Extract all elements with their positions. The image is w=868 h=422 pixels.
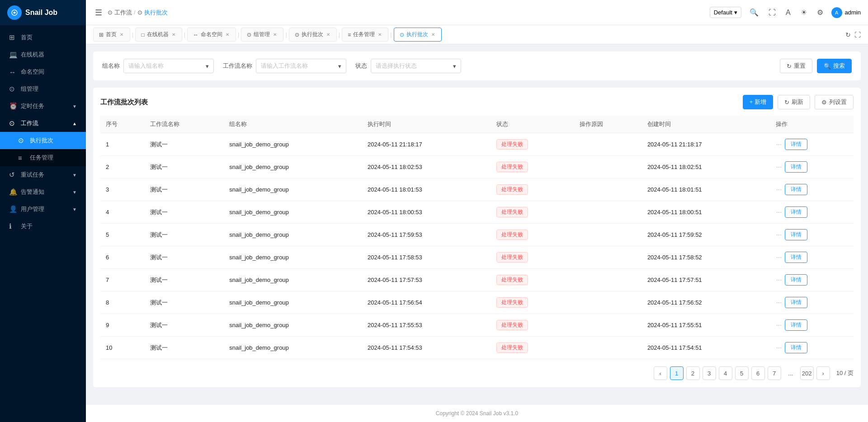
sidebar-item-user[interactable]: 👤 用户管理 ▼ xyxy=(0,201,86,218)
status-input[interactable]: 请选择执行状态 ▾ xyxy=(371,59,461,73)
cell-name: 测试一 xyxy=(145,156,224,178)
tab-machines[interactable]: □ 在线机器 ✕ xyxy=(135,28,182,42)
cell-created: 2024-05-11 17:55:51 xyxy=(642,314,771,337)
sidebar-item-retry[interactable]: ↺ 重试任务 ▼ xyxy=(0,166,86,183)
workflow-icon: ⊙ xyxy=(9,119,16,127)
language-icon[interactable]: A xyxy=(784,7,793,19)
tab-task-mgmt[interactable]: ≡ 任务管理 ✕ xyxy=(342,28,388,42)
tab-namespace-label: 命名空间 xyxy=(201,31,222,38)
tab-machines-close[interactable]: ✕ xyxy=(171,32,176,37)
tab-group[interactable]: ⊙ 组管理 ✕ xyxy=(241,28,283,42)
detail-button[interactable]: 详情 xyxy=(785,342,807,353)
refresh-icon-tbl: ↻ xyxy=(784,99,789,106)
tab-group-icon: ⊙ xyxy=(247,32,251,38)
chevron-up-icon: ▲ xyxy=(72,121,77,126)
tab-namespace-icon: ↔ xyxy=(193,32,198,38)
settings-icon[interactable]: ⚙ xyxy=(815,6,825,19)
page-5-button[interactable]: 5 xyxy=(735,366,749,380)
group-name-input[interactable]: 请输入组名称 ▾ xyxy=(123,59,214,73)
theme-icon[interactable]: ☀ xyxy=(799,6,809,19)
cell-name: 测试一 xyxy=(145,178,224,201)
page-6-button[interactable]: 6 xyxy=(751,366,765,380)
search-icon[interactable]: 🔍 xyxy=(748,6,760,19)
cell-exec-time: 2024-05-11 17:55:53 xyxy=(362,314,491,337)
page-prev-button[interactable]: ‹ xyxy=(654,366,667,380)
tab-task-mgmt-close[interactable]: ✕ xyxy=(377,32,382,37)
cell-status: 处理失败 xyxy=(491,337,575,359)
cell-created: 2024-05-11 18:00:51 xyxy=(642,201,771,224)
sidebar-item-workflow[interactable]: ⊙ 工作流 ▲ xyxy=(0,115,86,132)
tab-home[interactable]: ⊞ 首页 ✕ xyxy=(93,28,130,42)
sidebar-item-batch[interactable]: ⊙ 执行批次 xyxy=(0,132,86,149)
fullscreen-icon[interactable]: ⛶ xyxy=(767,7,778,19)
tab-refresh-icon[interactable]: ↻ xyxy=(845,31,851,38)
cell-exec-time: 2024-05-11 17:54:53 xyxy=(362,337,491,359)
menu-toggle-button[interactable]: ☰ xyxy=(93,6,104,19)
tab-batch[interactable]: ⊙ 执行批次 ✕ xyxy=(289,28,337,42)
more-icon[interactable]: ··· xyxy=(776,253,782,262)
detail-button[interactable]: 详情 xyxy=(785,139,807,150)
row-actions: ··· 详情 xyxy=(776,342,848,353)
more-icon[interactable]: ··· xyxy=(776,208,782,216)
detail-button[interactable]: 详情 xyxy=(785,252,807,263)
tab-batch-icon: ⊙ xyxy=(295,32,299,38)
workflow-name-input[interactable]: 请输入工作流名称 ▾ xyxy=(256,59,346,73)
detail-button[interactable]: 详情 xyxy=(785,184,807,195)
tab-batch-active-close[interactable]: ✕ xyxy=(430,32,436,37)
tab-namespace[interactable]: ↔ 命名空间 ✕ xyxy=(187,28,236,42)
page-1-button[interactable]: 1 xyxy=(670,366,684,380)
table-row: 3 测试一 snail_job_demo_group 2024-05-11 18… xyxy=(100,178,854,201)
sidebar-item-machines[interactable]: 💻 在线机器 xyxy=(0,46,86,63)
column-settings-button[interactable]: ⚙ 列设置 xyxy=(815,95,854,109)
more-icon[interactable]: ··· xyxy=(776,299,782,307)
more-icon[interactable]: ··· xyxy=(776,321,782,329)
sidebar-item-group[interactable]: ⊙ 组管理 xyxy=(0,80,86,98)
namespace-select[interactable]: Default ▾ xyxy=(710,7,741,18)
sidebar-item-schedule[interactable]: ⏰ 定时任务 ▼ xyxy=(0,98,86,115)
page-last-button[interactable]: 202 xyxy=(800,366,814,380)
cell-exec-time: 2024-05-11 17:59:53 xyxy=(362,224,491,246)
more-icon[interactable]: ··· xyxy=(776,276,782,284)
more-icon[interactable]: ··· xyxy=(776,186,782,194)
detail-button[interactable]: 详情 xyxy=(785,206,807,218)
sidebar-item-namespace[interactable]: ↔ 命名空间 xyxy=(0,63,86,80)
tab-batch-close[interactable]: ✕ xyxy=(326,32,331,37)
tab-sep3: | xyxy=(238,31,239,38)
detail-button[interactable]: 详情 xyxy=(785,297,807,308)
page-next-button[interactable]: › xyxy=(816,366,830,380)
refresh-button[interactable]: ↻ 刷新 xyxy=(778,95,810,109)
more-icon[interactable]: ··· xyxy=(776,344,782,352)
more-icon[interactable]: ··· xyxy=(776,163,782,171)
more-icon[interactable]: ··· xyxy=(776,141,782,149)
tab-expand-icon[interactable]: ⛶ xyxy=(854,31,861,38)
chevron-down-icon4: ▼ xyxy=(72,207,77,212)
page-4-button[interactable]: 4 xyxy=(719,366,732,380)
cell-group: snail_job_demo_group xyxy=(224,337,362,359)
cell-name: 测试一 xyxy=(145,201,224,224)
page-3-button[interactable]: 3 xyxy=(703,366,716,380)
sidebar-item-home[interactable]: ⊞ 首页 xyxy=(0,29,86,46)
detail-button[interactable]: 详情 xyxy=(785,229,807,240)
page-2-button[interactable]: 2 xyxy=(686,366,700,380)
cell-reason xyxy=(574,269,642,291)
tab-namespace-close[interactable]: ✕ xyxy=(225,32,230,37)
page-7-button[interactable]: 7 xyxy=(768,366,781,380)
tab-group-close[interactable]: ✕ xyxy=(272,32,278,37)
cell-group: snail_job_demo_group xyxy=(224,156,362,178)
reset-button[interactable]: ↻ 重置 xyxy=(780,59,812,73)
cell-group: snail_job_demo_group xyxy=(224,269,362,291)
detail-button[interactable]: 详情 xyxy=(785,319,807,331)
sidebar-item-about[interactable]: ℹ 关于 xyxy=(0,218,86,235)
new-button[interactable]: + 新增 xyxy=(743,95,773,109)
more-icon[interactable]: ··· xyxy=(776,231,782,239)
sidebar-item-task-mgmt[interactable]: ≡ 任务管理 xyxy=(0,149,86,166)
table-actions: + 新增 ↻ 刷新 ⚙ 列设置 xyxy=(743,95,854,109)
detail-button[interactable]: 详情 xyxy=(785,161,807,173)
detail-button[interactable]: 详情 xyxy=(785,274,807,286)
admin-menu[interactable]: A admin xyxy=(831,7,861,18)
tab-batch-active[interactable]: ⊙ 执行批次 ✕ xyxy=(394,28,442,42)
tab-task-mgmt-label: 任务管理 xyxy=(353,31,375,38)
tab-home-close[interactable]: ✕ xyxy=(119,32,124,37)
search-button[interactable]: 🔍 搜索 xyxy=(817,59,852,73)
sidebar-item-alert[interactable]: 🔔 告警通知 ▼ xyxy=(0,183,86,201)
